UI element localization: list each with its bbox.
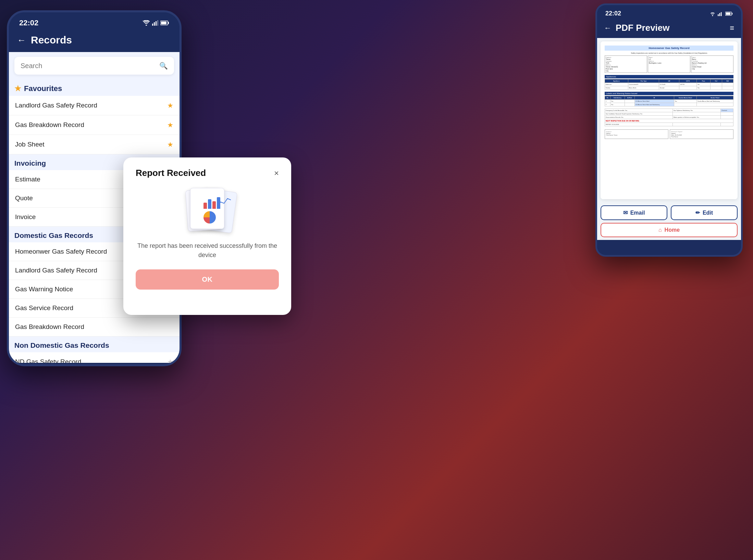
svg-rect-12 bbox=[726, 12, 731, 15]
favourites-star-icon: ★ bbox=[14, 84, 21, 93]
table-row: Emergency Control Accessible: Yes Gas Ti… bbox=[605, 109, 733, 112]
pdf-title: Homeowner Gas Safety Record bbox=[605, 46, 733, 51]
table-row: 2 Yes CO Alarms Street fitted and Satisf… bbox=[605, 103, 733, 106]
svg-rect-0 bbox=[152, 24, 153, 26]
dialog-close-button[interactable]: × bbox=[274, 169, 279, 177]
tablet-back-button[interactable]: ← bbox=[604, 24, 612, 33]
email-button[interactable]: ✉ Email bbox=[601, 205, 667, 220]
home-icon: ⌂ bbox=[658, 227, 662, 233]
tablet-status-icons bbox=[709, 11, 733, 16]
svg-rect-3 bbox=[157, 20, 158, 26]
search-bar[interactable]: 🔍 bbox=[14, 57, 174, 75]
table-row: NEXT INSPECTION DUE ON OR BEFORE: bbox=[605, 119, 733, 123]
star-icon: ★ bbox=[167, 101, 173, 110]
table-row: 1 Yes CO Alarms Street fitted Yes Smoke … bbox=[605, 100, 733, 103]
doc-chart bbox=[203, 195, 231, 224]
signal-icon bbox=[152, 20, 158, 26]
doc-front-icon bbox=[190, 188, 224, 229]
pdf-cell: Name LC Address Burlington, Lane bbox=[648, 55, 690, 73]
list-item[interactable]: Gas Breakdown Record ★ bbox=[9, 115, 180, 135]
list-item[interactable]: Landlord Gas Safety Record ★ bbox=[9, 96, 180, 115]
edit-icon: ✏ bbox=[695, 209, 700, 216]
table-row: Gas Installation Pipework Visual Inspect… bbox=[605, 112, 733, 116]
chart-line-svg bbox=[217, 195, 231, 209]
signal-icon bbox=[718, 11, 723, 16]
svg-rect-9 bbox=[721, 12, 722, 16]
tablet-header-title: PDF Preview bbox=[616, 23, 670, 33]
pdf-sig-customer: Received / Signed Signed: Date: 20-03-20… bbox=[670, 129, 733, 139]
tablet-header-left: ← PDF Preview bbox=[604, 23, 670, 33]
svg-rect-5 bbox=[168, 22, 169, 24]
battery-icon bbox=[725, 12, 733, 16]
list-item[interactable]: ND Gas Safety Record ★ bbox=[9, 352, 180, 363]
pdf-sig-engineer: Engineer Signed: Print Name: Trevor bbox=[605, 129, 668, 139]
battery-icon bbox=[160, 21, 169, 25]
email-icon: ✉ bbox=[623, 209, 628, 216]
phone-status-bar: 22:02 bbox=[9, 12, 180, 31]
chart-pie bbox=[203, 211, 216, 224]
star-icon: ★ bbox=[167, 121, 173, 129]
phone-status-icons bbox=[143, 20, 169, 26]
phone-time: 22:02 bbox=[19, 18, 38, 27]
svg-rect-11 bbox=[732, 13, 733, 14]
search-input[interactable] bbox=[21, 62, 156, 70]
table-row: Bathroom Conventional B 6.5 Sm/h UKTS1 Y… bbox=[605, 83, 733, 86]
pdf-checks-table: Emergency Control Accessible: Yes Gas Ti… bbox=[605, 109, 733, 126]
pdf-section-appliances: Appliances bbox=[605, 75, 733, 78]
table-row: Kitchen Mains Boiler Normal Yes bbox=[605, 86, 733, 90]
dialog-illustration bbox=[180, 187, 235, 234]
table-row: Documentation Records: Yes Water questio… bbox=[605, 116, 733, 119]
dialog-title: Report Received bbox=[136, 168, 206, 178]
star-icon: ★ bbox=[167, 358, 173, 363]
dialog-header: Report Received × bbox=[136, 168, 279, 178]
favourites-section-header: ★ Favourites bbox=[9, 79, 180, 96]
tablet-menu-button[interactable]: ≡ bbox=[730, 24, 734, 33]
tablet-content: Homeowner Gas Safety Record Safety inspe… bbox=[597, 38, 741, 240]
phone-header: ← Records bbox=[9, 31, 180, 52]
svg-rect-8 bbox=[719, 13, 720, 16]
pdf-section-warning: Labels and Warning Notice Issued bbox=[605, 92, 733, 95]
table-row: REPORT: 10-04-2024 bbox=[605, 123, 733, 126]
chart-bar bbox=[212, 201, 216, 209]
pdf-appliances-table: Appliance Flue Type kW UKTS Pass Fail NA… bbox=[605, 79, 733, 90]
pdf-cell: Engineer Trevor Company TGS Address Trev… bbox=[605, 55, 647, 73]
wifi-icon bbox=[143, 20, 150, 26]
dialog-message: The report has been received successfull… bbox=[136, 241, 279, 260]
star-icon: ★ bbox=[167, 140, 173, 149]
non-domestic-section-header: Non Domestic Gas Records bbox=[9, 336, 180, 352]
chart-bar bbox=[208, 199, 211, 209]
pdf-preview: Homeowner Gas Safety Record Safety inspe… bbox=[601, 41, 738, 199]
svg-rect-6 bbox=[161, 22, 166, 24]
dialog-ok-button[interactable]: OK bbox=[136, 269, 279, 290]
list-item[interactable]: Gas Breakdown Record bbox=[9, 318, 180, 336]
favourites-title: Favourites bbox=[24, 84, 62, 93]
list-item[interactable]: Job Sheet ★ bbox=[9, 135, 180, 154]
phone-header-title: Records bbox=[31, 34, 72, 46]
pdf-cell: Name Barry Company Barry's Heating Ltd A… bbox=[691, 55, 733, 73]
tablet-header: ← PDF Preview ≡ bbox=[597, 20, 741, 38]
svg-rect-7 bbox=[718, 14, 719, 16]
svg-rect-2 bbox=[156, 21, 157, 26]
chart-bar bbox=[203, 203, 207, 209]
pdf-subtitle: Safety inspections are carried out in ac… bbox=[605, 52, 733, 54]
tablet-time: 22:02 bbox=[605, 10, 621, 17]
svg-rect-1 bbox=[154, 22, 155, 26]
wifi-icon bbox=[709, 11, 716, 16]
report-received-dialog: Report Received × The report has been re… bbox=[123, 157, 291, 315]
search-icon: 🔍 bbox=[159, 62, 168, 70]
pdf-warning-table: No Satisfactory At Risk ID Smoke Alarms … bbox=[605, 96, 733, 106]
tablet-status-bar: 22:02 bbox=[597, 5, 741, 20]
tablet-action-buttons: ✉ Email ✏ Edit bbox=[597, 203, 741, 223]
pdf-page: Homeowner Gas Safety Record Safety inspe… bbox=[601, 41, 738, 199]
pdf-grid-top: Engineer Trevor Company TGS Address Trev… bbox=[605, 55, 733, 73]
edit-button[interactable]: ✏ Edit bbox=[671, 205, 738, 220]
tablet-screen: 22:02 ← PDF Preview ≡ Homeowner Gas Safe… bbox=[595, 3, 743, 257]
phone-back-button[interactable]: ← bbox=[17, 35, 26, 46]
home-button[interactable]: ⌂ Home bbox=[601, 223, 738, 237]
pdf-signature-area: Engineer Signed: Print Name: Trevor Rece… bbox=[605, 129, 733, 139]
